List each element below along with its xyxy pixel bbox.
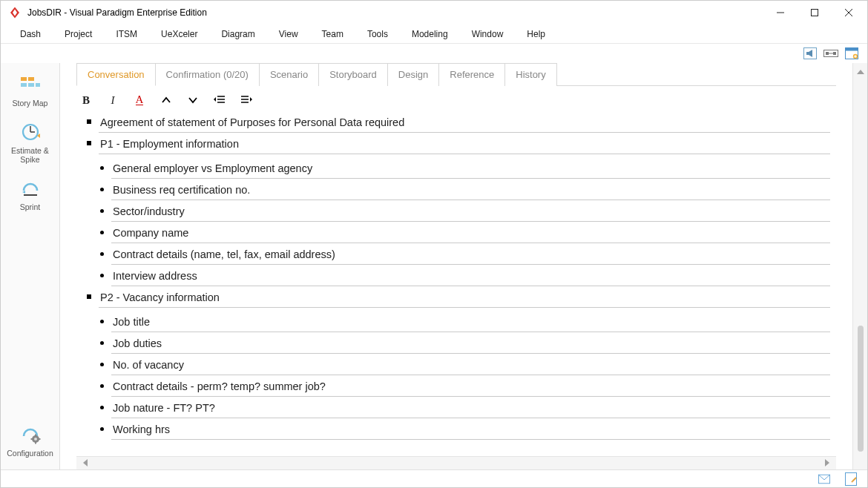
status-bar [1,469,867,487]
vertical-scroll[interactable] [852,63,867,469]
menu-window[interactable]: Window [460,26,516,42]
outline-text: Job nature - FT? PT? [111,398,830,418]
main-area: Story Map Estimate & Spike Sprint Con [1,63,867,469]
format-toolbar: B I A [76,86,836,113]
outline-subitem[interactable]: Job nature - FT? PT? [100,398,833,418]
outline-text: No. of vacancy [111,355,830,375]
menu-view[interactable]: View [267,26,310,42]
outline-text: Working hrs [111,420,830,440]
document-body[interactable]: Agreement of statement of Purposes for P… [76,113,836,456]
menu-project[interactable]: Project [53,26,104,42]
tab-history[interactable]: History [505,63,556,86]
close-button[interactable] [832,1,866,24]
announce-icon[interactable] [802,47,818,60]
outline-item[interactable]: P2 - Vacancy information Job title Job d… [87,288,833,440]
sidebar: Story Map Estimate & Spike Sprint Con [1,63,60,469]
scroll-left-icon[interactable] [82,458,88,469]
collapse-button[interactable] [160,93,173,107]
svg-rect-10 [846,48,858,51]
outline-subitem[interactable]: No. of vacancy [100,355,833,375]
sidebar-item-sprint[interactable]: Sprint [2,177,59,211]
outline-subitem[interactable]: Interview address [100,266,833,286]
sidebar-item-label: Configuration [2,449,59,458]
tab-storyboard[interactable]: Storyboard [319,63,388,86]
outline-subitem[interactable]: Business req certification no. [100,180,833,200]
tab-reference[interactable]: Reference [439,63,505,86]
sidebar-item-story-map[interactable]: Story Map [2,73,59,108]
sidebar-item-label: Sprint [2,202,59,211]
italic-button[interactable]: I [106,93,119,107]
maximize-button[interactable] [798,1,832,24]
estimate-spike-icon [2,121,59,143]
mail-icon[interactable] [818,473,830,485]
svg-rect-18 [36,83,40,87]
menu-bar: Dash Project ITSM UeXceler Diagram View … [1,24,867,44]
scroll-right-icon[interactable] [824,458,830,469]
svg-rect-28 [38,438,40,440]
horizontal-scroll[interactable] [76,456,836,469]
layout-icon[interactable] [823,47,839,60]
outline-text: P1 - Employment information [99,134,830,154]
outline-text: Contract details - perm? temp? summer jo… [111,377,830,397]
menu-modeling[interactable]: Modeling [400,26,460,42]
bold-button[interactable]: B [79,93,93,107]
editor-panel: Conversation Confirmation (0/20) Scenari… [76,63,836,469]
menu-diagram[interactable]: Diagram [209,26,266,42]
expand-button[interactable] [186,93,200,107]
menu-dash[interactable]: Dash [8,26,53,42]
outline-text: Job title [111,312,830,332]
scroll-thumb[interactable] [858,326,864,452]
outline-subitem[interactable]: Company name [100,223,833,243]
story-map-icon [2,73,59,96]
outline-text: Job duties [111,334,830,354]
tab-confirmation[interactable]: Confirmation (0/20) [156,63,260,86]
outline-item[interactable]: Agreement of statement of Purposes for P… [87,113,833,133]
sprint-icon [2,177,59,200]
svg-rect-26 [35,442,36,444]
svg-rect-27 [30,438,33,440]
app-icon [8,6,22,19]
window-controls [763,1,866,24]
panel-add-icon[interactable] [844,47,860,60]
outline-text: Sector/industry [111,202,830,222]
indent-button[interactable] [240,93,253,107]
menu-help[interactable]: Help [515,26,557,42]
minimize-button[interactable] [763,1,798,24]
outline-subitem[interactable]: Working hrs [100,420,833,440]
menu-uexceler[interactable]: UeXceler [149,26,209,42]
outline-subitem[interactable]: Job title [100,312,833,332]
svg-rect-14 [21,77,27,81]
outline-subitem[interactable]: Sector/industry [100,202,833,222]
sidebar-item-label: Story Map [2,99,59,108]
outline-text: P2 - Vacancy information [99,288,830,308]
sidebar-item-estimate-spike[interactable]: Estimate & Spike [2,121,59,164]
outline-subitem[interactable]: Contract details (name, tel, fax, email … [100,245,833,265]
configuration-icon [2,423,59,446]
svg-rect-17 [28,83,34,87]
outline-item[interactable]: P1 - Employment information General empl… [87,134,833,286]
tab-scenario[interactable]: Scenario [260,63,319,86]
svg-point-24 [34,438,37,441]
top-icons [1,44,867,63]
tab-conversation[interactable]: Conversation [76,63,156,86]
menu-tools[interactable]: Tools [355,26,400,42]
scroll-up-icon[interactable] [857,66,864,77]
sidebar-item-configuration[interactable]: Configuration [2,423,59,458]
svg-rect-1 [812,10,818,16]
outline-subitem[interactable]: Job duties [100,334,833,354]
sidebar-item-label: Estimate & Spike [2,146,59,164]
outline-subitem[interactable]: General employer vs Employment agency [100,159,833,179]
svg-rect-15 [28,77,34,81]
svg-rect-6 [826,52,829,55]
menu-itsm[interactable]: ITSM [104,26,149,42]
content-area: Conversation Confirmation (0/20) Scenari… [60,63,867,469]
outline-subitem[interactable]: Contract details - perm? temp? summer jo… [100,377,833,397]
menu-team[interactable]: Team [310,26,355,42]
note-icon[interactable] [845,473,857,485]
outdent-button[interactable] [213,93,226,107]
svg-rect-25 [35,435,36,437]
tab-design[interactable]: Design [388,63,439,86]
svg-rect-7 [833,52,836,55]
outline-text: Business req certification no. [111,180,830,200]
font-color-button[interactable]: A [133,93,146,107]
